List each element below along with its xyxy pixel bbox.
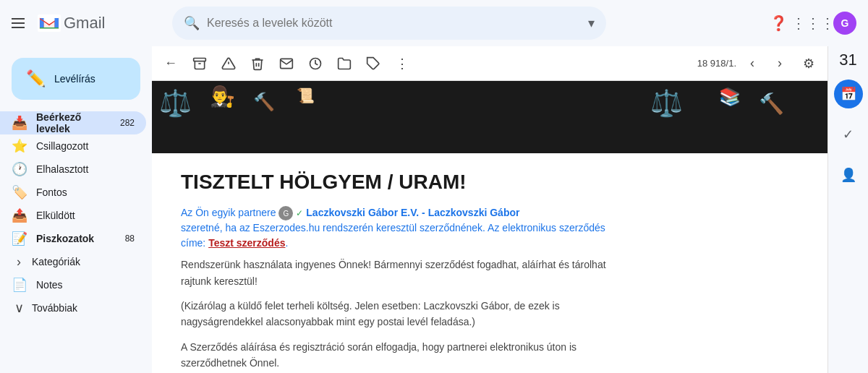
gmail-logo: Gmail: [38, 14, 105, 33]
drafts-icon: 📝: [12, 231, 26, 246]
sidebar-item-snoozed[interactable]: 🕐 Elhalasztott: [0, 158, 146, 181]
topbar-left: Gmail: [12, 14, 163, 33]
next-email-button[interactable]: ›: [767, 51, 793, 77]
svg-rect-4: [194, 58, 206, 61]
search-icon: 🔍: [184, 15, 200, 31]
mark-button[interactable]: [273, 51, 299, 77]
more-arrow-icon: ∨: [12, 300, 26, 316]
main-layout: ✏️ Levélírás 📥 Beérkező levelek 282 ⭐ Cs…: [0, 46, 868, 373]
notes-icon: 📄: [12, 277, 26, 293]
settings-button[interactable]: ⚙: [796, 51, 822, 77]
report-button[interactable]: [216, 51, 242, 77]
hamburger-menu-icon[interactable]: [12, 14, 29, 32]
compose-plus-icon: ✏️: [26, 69, 46, 88]
email-content: ⚖️ 👨‍⚖️ 🔨 📜 ⚖️ 📚 🔨 TISZTELT HÖLGYEM / UR…: [152, 81, 827, 373]
sidebar-item-important-label: Fontos: [36, 186, 135, 198]
svg-rect-3: [40, 27, 59, 29]
sidebar: ✏️ Levélírás 📥 Beérkező levelek 282 ⭐ Cs…: [0, 46, 152, 373]
sidebar-item-notes-label: Notes: [36, 279, 135, 291]
tasks-icon-button[interactable]: ✓: [834, 120, 863, 149]
contacts-icon-button[interactable]: 👤: [834, 160, 863, 189]
email-intro: Az Ön egyik partnere G ✓ Laczkovszki Gáb…: [181, 205, 629, 251]
sidebar-item-inbox[interactable]: 📥 Beérkező levelek 282: [0, 111, 146, 134]
sidebar-categories-header[interactable]: › Kategóriák: [0, 250, 146, 273]
prev-email-button[interactable]: ‹: [739, 51, 765, 77]
important-icon: 🏷️: [12, 184, 26, 200]
sidebar-item-inbox-label: Beérkező levelek: [36, 111, 110, 134]
email-body2: (Kizárólag a küldő felet terheli költség…: [181, 298, 629, 330]
compose-label: Levélírás: [54, 73, 95, 85]
more-button[interactable]: ⋮: [389, 51, 415, 77]
sender-name: Laczkovszki Gábor E.V. - Laczkovszki Gáb…: [306, 207, 519, 218]
email-toolbar: ← ⋮ 18 918/1.: [152, 46, 827, 81]
gmail-m-icon: [38, 14, 61, 32]
sidebar-more-header[interactable]: ∨ Továbbiak: [0, 296, 146, 320]
label-button[interactable]: [360, 51, 386, 77]
sidebar-item-sent-label: Elküldött: [36, 210, 135, 221]
help-button[interactable]: ❓: [764, 9, 793, 38]
email-body: TISZTELT HÖLGYEM / URAM! Az Ön egyik par…: [152, 153, 658, 373]
back-button[interactable]: ←: [158, 51, 184, 77]
toolbar-nav: ‹ ›: [739, 51, 793, 77]
compose-button[interactable]: ✏️ Levélírás: [12, 58, 140, 100]
drafts-badge: 88: [125, 233, 135, 244]
email-header-banner: ⚖️ 👨‍⚖️ 🔨 📜 ⚖️ 📚 🔨: [152, 81, 827, 153]
sender-avatar: G: [278, 206, 293, 220]
gmail-text-label: Gmail: [64, 14, 105, 33]
sent-icon: 📤: [12, 207, 26, 223]
archive-button[interactable]: [187, 51, 213, 77]
search-dropdown-icon[interactable]: ▾: [588, 15, 595, 31]
snoozed-icon: 🕐: [12, 161, 26, 177]
apps-button[interactable]: ⋮⋮⋮: [799, 9, 827, 38]
sidebar-item-notes[interactable]: 📄 Notes: [0, 273, 146, 296]
calendar-icon-button[interactable]: 📅: [834, 80, 863, 108]
email-intro-prefix: Az Ön egyik partnere: [181, 207, 276, 218]
starred-icon: ⭐: [12, 138, 26, 154]
email-count: 18 918/1.: [697, 58, 736, 69]
email-title: TISZTELT HÖLGYEM / URAM!: [181, 171, 629, 194]
right-panel: 31 📅 ✓ 👤: [827, 46, 868, 373]
sidebar-categories-label: Kategóriák: [32, 256, 80, 267]
sidebar-item-drafts[interactable]: 📝 Piszkozatok 88: [0, 227, 146, 250]
sidebar-item-drafts-label: Piszkozatok: [36, 233, 115, 244]
sidebar-item-starred[interactable]: ⭐ Csillagozott: [0, 134, 146, 158]
calendar-date: 31: [839, 52, 856, 68]
snooze-button[interactable]: [302, 51, 328, 77]
move-button[interactable]: [331, 51, 357, 77]
topbar-right: ❓ ⋮⋮⋮ G: [764, 9, 856, 38]
sidebar-item-starred-label: Csillagozott: [36, 140, 135, 152]
sidebar-more-label: Továbbiak: [32, 302, 77, 314]
delete-button[interactable]: [244, 51, 271, 77]
sender-info: G ✓: [278, 206, 303, 220]
verified-icon: ✓: [296, 207, 303, 220]
sidebar-item-snoozed-label: Elhalasztott: [36, 163, 135, 175]
inbox-badge: 282: [120, 118, 135, 128]
email-area: ← ⋮ 18 918/1.: [152, 46, 827, 373]
sidebar-item-sent[interactable]: 📤 Elküldött: [0, 204, 146, 227]
contract-name: Teszt szerződés: [208, 237, 285, 249]
topbar: Gmail 🔍 ▾ ❓ ⋮⋮⋮ G: [0, 0, 868, 46]
email-body1: Rendszerünk használata ingyenes Önnek! B…: [181, 257, 629, 289]
inbox-icon: 📥: [12, 115, 26, 131]
search-input[interactable]: [207, 17, 581, 30]
search-bar[interactable]: 🔍 ▾: [172, 7, 606, 40]
email-body3: A Szerződés aláírása és regisztráció sor…: [181, 339, 629, 372]
svg-rect-2: [55, 18, 59, 28]
sidebar-item-important[interactable]: 🏷️ Fontos: [0, 181, 146, 204]
avatar[interactable]: G: [833, 12, 856, 35]
categories-arrow-icon: ›: [12, 254, 26, 270]
